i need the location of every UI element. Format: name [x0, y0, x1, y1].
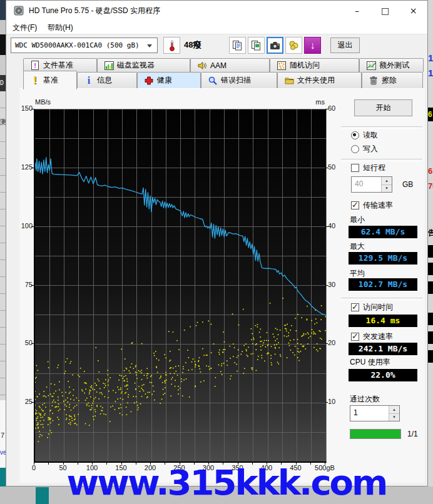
read-radio[interactable]	[351, 131, 359, 139]
tab-file-benchmark[interactable]: ! 文件基准	[23, 58, 97, 72]
background-table-fragment	[0, 91, 6, 400]
copy-image-icon	[251, 40, 262, 51]
axis-tick	[325, 402, 328, 403]
background-block-fragment	[428, 331, 433, 344]
y-right-axis-unit: ms	[306, 98, 325, 106]
control-panel: 开始 读取 写入 短行程 40 ▲▼ GB 传输速率	[332, 89, 425, 483]
tab-extra-tests[interactable]: 额外测试	[359, 58, 424, 72]
short-stroke-size-spinner[interactable]: 40 ▲▼	[351, 176, 392, 193]
close-button[interactable]: ×	[399, 1, 427, 21]
axis-tick	[325, 168, 328, 168]
menubar: 文件(F) 帮助(H)	[6, 21, 427, 34]
tab-label: 基准	[43, 75, 58, 86]
transfer-rate-label: 传输速率	[363, 200, 393, 211]
minimize-button[interactable]: –	[343, 1, 371, 21]
burst-rate-label: 突发速率	[363, 331, 393, 342]
divider	[341, 159, 422, 161]
drive-select-dropdown[interactable]: WDC WD5000AAKX-001CA0 (500 gB)	[11, 38, 158, 53]
tab-label: AAM	[210, 61, 227, 70]
spin-up-icon[interactable]: ▲	[389, 406, 399, 414]
short-stroke-row[interactable]: 短行程	[351, 163, 385, 173]
pass-count-label: 通过次数	[350, 394, 380, 405]
write-radio[interactable]	[351, 145, 359, 153]
tab-health[interactable]: 健康	[137, 72, 201, 88]
menu-file[interactable]: 文件(F)	[13, 23, 37, 33]
spin-down-icon[interactable]: ▼	[382, 185, 392, 193]
background-block-fragment	[428, 245, 433, 258]
divider	[341, 126, 422, 129]
tab-label: 文件基准	[43, 60, 73, 71]
transfer-rate-row[interactable]: 传输速率	[351, 200, 393, 211]
axis-tick	[325, 343, 328, 344]
tab-benchmark[interactable]: ! 基准	[23, 71, 77, 89]
donate-button[interactable]	[285, 37, 302, 54]
axis-tick	[31, 226, 34, 227]
background-fragment	[0, 20, 6, 34]
tab-random-access[interactable]: 随机访问	[270, 58, 359, 72]
benchmark-page: MB/s ms 15012510075502560504030201005010…	[19, 88, 425, 483]
access-time-value-box: 16.4 ms	[349, 315, 417, 327]
tab-label: 错误扫描	[221, 75, 251, 86]
extra-tests-icon	[366, 61, 376, 71]
save-results-button[interactable]: ↓	[304, 37, 321, 54]
magnifier-icon	[208, 76, 218, 86]
tab-error-scan[interactable]: 错误扫描	[201, 72, 277, 88]
tab-erase[interactable]: 擦除	[362, 72, 423, 88]
tab-label: 健康	[157, 75, 172, 86]
cpu-usage-value-box: 22.0%	[349, 369, 417, 381]
background-fragment	[0, 34, 6, 55]
copy-text-button[interactable]	[229, 37, 246, 54]
folder-icon	[284, 76, 294, 86]
temperature-button[interactable]	[163, 37, 180, 54]
access-time-checkbox[interactable]	[351, 303, 359, 311]
short-stroke-size-value: 40	[355, 179, 363, 188]
hd-tune-window: HD Tune Pro 5.75 - 硬盘/SSD 实用程序 – □ × 文件(…	[6, 0, 428, 486]
spinner-buttons[interactable]: ▲▼	[389, 406, 399, 421]
copy-image-button[interactable]	[248, 37, 265, 54]
spinner-buttons[interactable]: ▲▼	[381, 177, 392, 192]
axis-tick-label: 0	[32, 464, 36, 471]
read-radio-row[interactable]: 读取	[351, 130, 378, 141]
min-value-box: 62.4 MB/s	[349, 226, 417, 238]
background-block-fragment	[428, 313, 433, 325]
avg-value-box: 102.7 MB/s	[349, 278, 417, 291]
start-button[interactable]: 开始	[354, 99, 412, 116]
tab-info[interactable]: i 信息	[77, 72, 137, 88]
tab-label: 擦除	[382, 75, 397, 86]
read-label: 读取	[363, 130, 378, 141]
background-text-fragment: 1	[428, 68, 433, 78]
temperature-value: 48癈	[184, 39, 201, 51]
axis-tick-label: 150	[19, 104, 33, 112]
write-label: 写入	[363, 144, 378, 154]
min-label: 最小	[350, 214, 365, 225]
menu-help[interactable]: 帮助(H)	[48, 23, 73, 33]
tab-aam[interactable]: AAM	[190, 58, 270, 72]
write-radio-row[interactable]: 写入	[351, 144, 378, 154]
pass-count-value: 1	[354, 408, 358, 417]
chevron-down-icon	[147, 44, 152, 48]
progress-bar-fill	[350, 430, 400, 438]
maximize-button[interactable]: □	[371, 1, 399, 21]
burst-rate-row[interactable]: 突发速率	[351, 331, 393, 342]
tab-disk-monitor[interactable]: 磁盘监视器	[97, 58, 190, 72]
access-time-row[interactable]: 访问时间	[351, 302, 393, 313]
background-text-fragment: 1	[428, 53, 433, 63]
pass-count-spinner[interactable]: 1 ▲▼	[350, 405, 400, 421]
tab-label: 额外测试	[379, 60, 409, 71]
titlebar[interactable]: HD Tune Pro 5.75 - 硬盘/SSD 实用程序 – □ ×	[6, 1, 427, 21]
axis-tick	[31, 343, 34, 344]
burst-rate-checkbox[interactable]	[351, 333, 359, 341]
transfer-rate-checkbox[interactable]	[351, 201, 359, 209]
screenshot-button[interactable]	[267, 37, 283, 54]
short-stroke-checkbox[interactable]	[351, 164, 359, 172]
spin-up-icon[interactable]: ▲	[382, 177, 392, 185]
tab-folder-usage[interactable]: 文件夹使用	[277, 72, 362, 88]
background-block-fragment	[428, 281, 433, 294]
axis-tick-label: 75	[19, 281, 33, 288]
axis-tick	[325, 109, 328, 109]
axis-tick	[325, 226, 328, 227]
download-arrow-icon: ↓	[310, 40, 315, 51]
exit-button[interactable]: 退出	[330, 38, 360, 53]
spin-down-icon[interactable]: ▼	[389, 414, 399, 421]
axis-tick-label: 25	[19, 398, 33, 405]
